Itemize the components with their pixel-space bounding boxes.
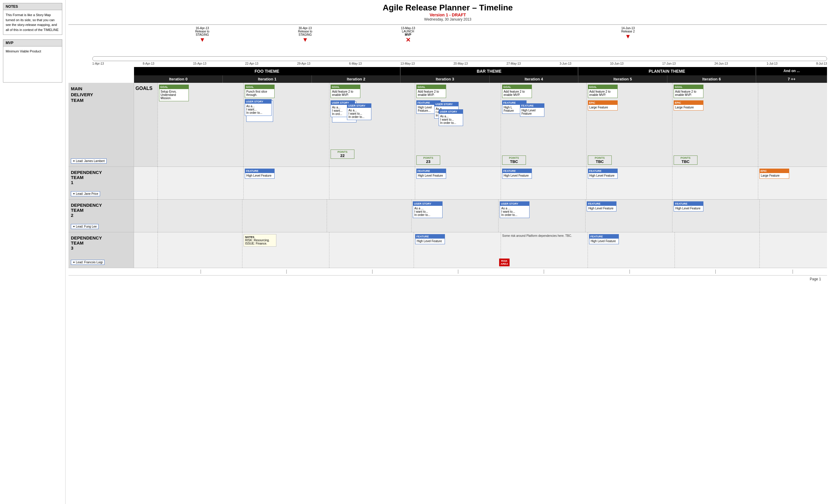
dep1-iter-1: FEATURE High Level Feature [244, 167, 329, 199]
dep1-iter-7: EPIC Large Feature [758, 167, 827, 199]
timeline-dates: 1-Apr-13 8-Apr-13 15-Apr-13 22-Apr-13 29… [92, 62, 827, 65]
themes-row: FOO THEME BAR THEME PLANTAIN THEME And o… [134, 67, 827, 75]
iteration-1: Iteration 1 [223, 75, 312, 83]
goal-card-3: GOAL Add feature 2 to enable MVP. [416, 85, 446, 98]
timeline-milestones: 16-Apr-13 Release to STAGING ▼ 30-Apr-13… [92, 27, 827, 56]
mvp-section: MVP Minimum Viable Product [3, 39, 62, 83]
notes-card-dep3: NOTES RISK: Resourcing.ISSUE: Finance. [244, 234, 276, 247]
main-iter-1: GOAL Punch first slice through. USER STO… [244, 83, 329, 166]
main-delivery-team-row: MAINDELIVERYTEAM ✦ Lead: James Lambert G… [68, 83, 827, 167]
sidebar: NOTES This Format is like a Story Map tu… [0, 0, 66, 504]
iteration-0: Iteration 0 [134, 75, 223, 83]
iterations-row: Iteration 0 Iteration 1 Iteration 2 Iter… [134, 75, 827, 83]
page-number: Page 1 [68, 275, 827, 283]
points-6: POINTS TBC [674, 156, 698, 165]
dep-team-3-label: DEPENDENCYTEAM3 ✦ Lead: Francois Luigi [68, 232, 134, 268]
iteration-4: Iteration 4 [489, 75, 578, 83]
goal-card-1: GOAL Punch first slice through. [245, 85, 275, 98]
user-story-iter1: USER STORY As a...I want...In order to..… [245, 99, 278, 123]
mvp-title: MVP [3, 40, 62, 46]
dep1-iter-2 [329, 167, 415, 199]
dep-team-2-label: DEPENDENCYTEAM2 ✦ Lead: Fung Lee [68, 199, 134, 232]
main-iter-5: GOAL Add feature 2 to enable MVP. EPIC L… [587, 83, 672, 166]
dep1-iter-6 [672, 167, 758, 199]
iteration-5: Iteration 5 [578, 75, 667, 83]
epic-card-5: EPIC Large Feature [588, 100, 618, 111]
milestone-mvp-x: ✕ [401, 36, 415, 43]
dep-team-3-row: DEPENDENCYTEAM3 ✦ Lead: Francois Luigi N… [68, 232, 827, 268]
milestone-2: 30-Apr-13 Release to STAGING ▼ [298, 27, 312, 43]
goal-card-4: GOAL Add feature 2 to enable MVP. [502, 85, 532, 98]
main-iter-3: GOAL Add feature 2 to enable MVP. FEATUR… [415, 83, 501, 166]
milestone-4-arrow: ▼ [621, 33, 635, 40]
dep1-iter-5: FEATURE High Level Feature [587, 167, 672, 199]
points-5: POINTS TBC [588, 156, 612, 165]
theme-bar: BAR THEME [401, 67, 578, 75]
dep2-iter-6: FEATURE High Level Feature [672, 199, 759, 232]
theme-plantain: PLANTAIN THEME [578, 67, 756, 75]
milestone-mvp: 13-May-13 LAUNCH MVP ✕ [401, 27, 415, 43]
goal-card-0: GOAL Setup Envs. Understand Mission. [159, 85, 189, 101]
themes-iterations-area: FOO THEME BAR THEME PLANTAIN THEME And o… [68, 67, 827, 83]
milestone-1: 16-Apr-13 Release to STAGING ▼ [195, 27, 210, 43]
bottom-ticks: | | | | | | | | [158, 269, 827, 274]
iteration-7: 7 ++ [756, 75, 827, 83]
main-delivery-team-name: MAINDELIVERYTEAM [71, 86, 131, 103]
risk-area-badge: RISKAREA [499, 258, 510, 266]
main-iter-2: GOAL Add feature 2 to enable MVP. USER S… [329, 83, 415, 166]
goal-card-2: GOAL Add feature 2 to enable MVP. [330, 85, 360, 98]
notes-body: This Format is like a Story Map turned o… [3, 10, 62, 35]
dep2-iter-5: FEATURE High Level Feature [585, 199, 672, 232]
dep-team-2-row: DEPENDENCYTEAM2 ✦ Lead: Fung Lee USER ST… [68, 199, 827, 232]
main-delivery-team-label: MAINDELIVERYTEAM ✦ Lead: James Lambert [68, 83, 134, 166]
epic-card-6: EPIC Large Feature [674, 100, 703, 111]
page-subtitle: Version 1 - DRAFT [68, 12, 827, 17]
main-content: Agile Release Planner – Timeline Version… [66, 0, 830, 504]
timeline-bar-area: 1-Apr-13 8-Apr-13 15-Apr-13 22-Apr-13 29… [92, 56, 827, 65]
dep1-iter-0 [158, 167, 244, 199]
mvp-body: Minimum Viable Product [3, 46, 62, 82]
dep2-iter-4: USER STORY As a ...I want to...In order … [499, 199, 585, 232]
main-delivery-team-lead: ✦ Lead: James Lambert [71, 158, 107, 163]
theme-foo: FOO THEME [134, 67, 401, 75]
dep3-iter-3: FEATURE High Level Feature RISKAREA [414, 232, 501, 268]
theme-other: And on ... [756, 67, 827, 75]
page-date: Wednesday, 30 January 2013 [68, 17, 827, 22]
dep2-iter-3: USER STORY As a ...I want to...In order … [412, 199, 499, 232]
main-iter-0: GOAL Setup Envs. Understand Mission. [158, 83, 244, 166]
notes-section: NOTES This Format is like a Story Map tu… [3, 3, 62, 35]
iteration-2: Iteration 2 [312, 75, 401, 83]
points-2: POINTS 22 [330, 150, 354, 159]
notes-title: NOTES [3, 3, 62, 10]
dep1-iter-3: FEATURE High Level Feature [415, 167, 501, 199]
iteration-3: Iteration 3 [401, 75, 489, 83]
goals-label: GOALS [134, 83, 158, 166]
main-iter-6: GOAL Add feature 2 to enable MVP. EPIC L… [672, 83, 758, 166]
dep-team-1-row: DEPENDENCYTEAM1 ✦ Lead: Jane Price FEATU… [68, 167, 827, 199]
timeline-bar [92, 56, 827, 61]
dep1-iter-4: FEATURE High Level Feature [501, 167, 587, 199]
main-iter-7 [758, 83, 827, 166]
dep3-iter-4: Some risk around Platform dependencies h… [501, 232, 588, 268]
milestone-2-arrow: ▼ [298, 36, 312, 43]
points-4: POINTS TBC [502, 156, 526, 165]
iteration-6: Iteration 6 [667, 75, 756, 83]
dep-team-1-label: DEPENDENCYTEAM1 ✦ Lead: Jane Price [68, 167, 134, 199]
goal-card-5: GOAL Add feature 2 to enable MVP. [588, 85, 618, 98]
points-3: POINTS 23 [416, 156, 440, 165]
dep3-iter-1: NOTES RISK: Resourcing.ISSUE: Finance. [243, 232, 329, 268]
dep3-iter-5: FEATURE High Level Feature [588, 232, 675, 268]
milestone-1-arrow: ▼ [195, 36, 210, 43]
milestone-4: 14-Jun-13 Release 2 ▼ [621, 27, 635, 40]
page-title: Agile Release Planner – Timeline [68, 3, 827, 12]
main-iter-4: GOAL Add feature 2 to enable MVP. FEATUR… [501, 83, 587, 166]
page-header: Agile Release Planner – Timeline Version… [68, 0, 827, 23]
goal-card-6: GOAL Add feature 2 to enable MVP. [674, 85, 703, 98]
